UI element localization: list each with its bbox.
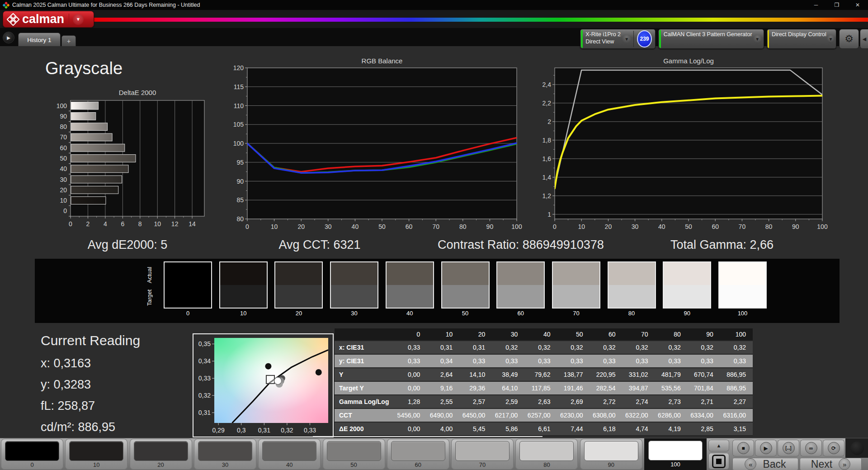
table-cell: 3,15 bbox=[720, 422, 753, 436]
pattern-button-20[interactable]: 20 bbox=[130, 439, 192, 470]
tab-history-1[interactable]: History 1 bbox=[18, 33, 61, 47]
table-row: Target Y0,009,1629,3664,10117,85191,4628… bbox=[335, 381, 753, 395]
pattern-generator-dropdown[interactable]: CalMAN Client 3 Pattern Generator▼ bbox=[658, 29, 764, 49]
svg-text:2: 2 bbox=[86, 220, 90, 228]
next-button[interactable]: Next » bbox=[800, 458, 862, 470]
play-button[interactable]: ▶ bbox=[755, 440, 777, 456]
pattern-button-80[interactable]: 80 bbox=[515, 439, 578, 470]
add-tab-button[interactable]: + bbox=[61, 35, 76, 47]
play-icon: ▶ bbox=[760, 442, 772, 454]
panel-toggle-button[interactable]: ▶ bbox=[3, 32, 14, 43]
table-header-row: 0102030405060708090100 bbox=[335, 328, 753, 341]
table-cell: 481,79 bbox=[655, 368, 688, 381]
calman-menu-button[interactable]: calman ▼ bbox=[3, 11, 94, 28]
swatch-label: 40 bbox=[386, 310, 434, 317]
table-cell: 394,87 bbox=[623, 381, 655, 395]
actual-color bbox=[664, 262, 710, 285]
pattern-swatch bbox=[519, 441, 574, 461]
table-row: Y0,002,6414,1038,4979,62138,77220,95331,… bbox=[335, 368, 753, 381]
pattern-button-50[interactable]: 50 bbox=[323, 439, 385, 470]
svg-text:4: 4 bbox=[104, 220, 107, 228]
stat-avg-cct: Avg CCT: 6321 bbox=[278, 238, 360, 252]
swatch-label: 20 bbox=[274, 310, 323, 317]
maximize-button[interactable]: ❐ bbox=[826, 0, 847, 10]
pattern-button-60[interactable]: 60 bbox=[387, 439, 449, 470]
table-cell: 0,31 bbox=[427, 341, 459, 354]
table-cell: 7,44 bbox=[557, 422, 590, 436]
continuous-button[interactable]: ∞ bbox=[800, 440, 822, 456]
actual-color bbox=[497, 262, 544, 285]
pattern-label: 20 bbox=[130, 461, 192, 468]
chevron-down-icon: ▼ bbox=[827, 34, 834, 43]
readings-table: 0102030405060708090100x: CIE310,330,310,… bbox=[335, 328, 753, 436]
separator-line bbox=[313, 436, 542, 437]
swatch-label: 0 bbox=[164, 310, 212, 317]
current-reading-title: Current Reading bbox=[41, 333, 140, 348]
meter-count-badge[interactable]: 239 bbox=[637, 30, 652, 47]
pattern-button-40[interactable]: 40 bbox=[258, 439, 321, 470]
table-cell: 2,55 bbox=[427, 395, 459, 408]
row-label: Target Y bbox=[335, 381, 394, 395]
pattern-swatch bbox=[5, 441, 59, 461]
table-cell: 282,54 bbox=[590, 381, 623, 395]
settings-gear-button[interactable]: ⚙ bbox=[839, 29, 859, 49]
actual-color bbox=[275, 262, 322, 285]
display-control-dropdown[interactable]: Direct Display Control▼ bbox=[767, 29, 836, 49]
svg-text:10: 10 bbox=[60, 197, 67, 204]
measure-button[interactable]: [‥] bbox=[778, 440, 799, 456]
actual-color bbox=[609, 262, 655, 285]
pattern-window-button[interactable] bbox=[708, 453, 729, 470]
table-cell: 9,16 bbox=[427, 381, 459, 395]
table-row: y: CIE310,330,340,330,330,330,330,330,33… bbox=[335, 354, 753, 368]
svg-text:20: 20 bbox=[605, 223, 612, 230]
svg-text:40: 40 bbox=[60, 165, 67, 172]
minimize-button[interactable]: ─ bbox=[806, 0, 826, 10]
table-row: CCT5456,006490,006450,006217,006257,0062… bbox=[335, 408, 753, 422]
pattern-swatch bbox=[134, 441, 188, 461]
refresh-button[interactable]: ⟳ bbox=[823, 440, 844, 456]
svg-text:60: 60 bbox=[60, 144, 67, 152]
meter-dropdown[interactable]: X-Rite i1Pro 2Direct View▼239 bbox=[580, 29, 656, 49]
pattern-button-90[interactable]: 90 bbox=[580, 439, 642, 470]
device-label: X-Rite i1Pro 2Direct View bbox=[583, 29, 622, 48]
svg-text:DeltaE 2000: DeltaE 2000 bbox=[119, 89, 156, 96]
back-button[interactable]: « Back bbox=[732, 458, 798, 470]
column-header: 60 bbox=[590, 328, 623, 341]
target-color bbox=[664, 285, 710, 308]
column-header: 80 bbox=[655, 328, 688, 341]
pattern-window-icon bbox=[712, 455, 726, 468]
pattern-swatch bbox=[391, 441, 445, 461]
calman-logo-icon bbox=[7, 13, 19, 26]
close-button[interactable]: ✕ bbox=[847, 0, 868, 10]
swatch-10 bbox=[219, 261, 268, 309]
collapse-panel-button[interactable]: ◀ bbox=[860, 29, 868, 49]
pattern-button-10[interactable]: 10 bbox=[65, 439, 127, 470]
table-cell: 4,00 bbox=[427, 422, 459, 436]
column-header bbox=[335, 328, 394, 341]
table-cell: 0,32 bbox=[557, 341, 590, 354]
pattern-button-30[interactable]: 30 bbox=[194, 439, 256, 470]
pattern-button-0[interactable]: 0 bbox=[1, 439, 63, 470]
svg-text:0: 0 bbox=[245, 223, 249, 230]
table-cell: 6,61 bbox=[524, 422, 557, 436]
table-cell: 0,00 bbox=[394, 381, 427, 395]
table-row: x: CIE310,330,310,310,320,320,320,320,32… bbox=[335, 341, 753, 354]
table-cell: 0,32 bbox=[655, 341, 688, 354]
pattern-button-70[interactable]: 70 bbox=[451, 439, 514, 470]
swatch-70 bbox=[552, 261, 600, 309]
svg-text:90: 90 bbox=[236, 178, 244, 185]
pattern-swatch bbox=[327, 441, 381, 461]
table-cell: 5,45 bbox=[459, 422, 492, 436]
swatch-100 bbox=[718, 261, 767, 309]
logo-caret-icon[interactable]: ▼ bbox=[73, 14, 84, 25]
actual-color bbox=[220, 262, 267, 285]
expand-toolbar-button[interactable]: ▲ bbox=[708, 440, 729, 451]
table-cell: 117,85 bbox=[524, 381, 557, 395]
calman-window: Calman 2025 Calman Ultimate for Business… bbox=[0, 0, 868, 470]
pattern-button-100[interactable]: 100 bbox=[644, 438, 707, 470]
gamma-chart: Gamma Log/Log11,21,41,61,822,22,40102030… bbox=[535, 57, 829, 236]
swatch-label: 50 bbox=[441, 310, 490, 317]
stop-button[interactable]: ■ bbox=[732, 440, 754, 456]
swatch-60 bbox=[496, 261, 545, 309]
svg-text:0,32: 0,32 bbox=[198, 392, 211, 399]
